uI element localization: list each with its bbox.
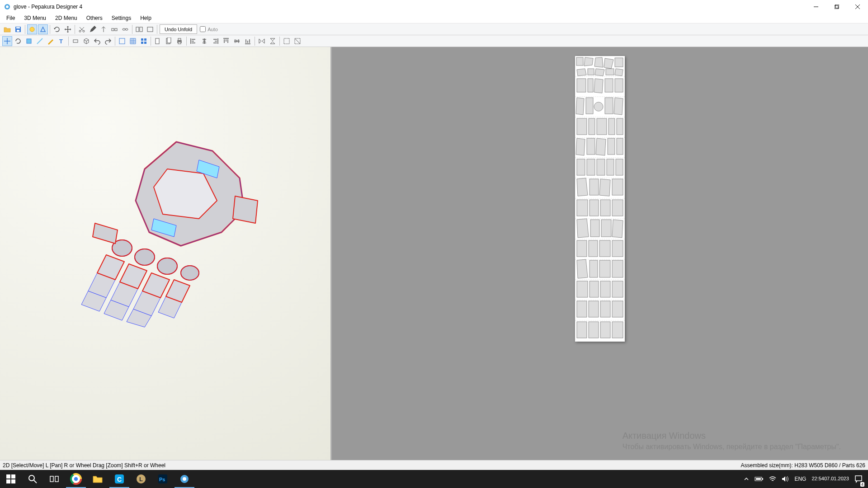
select-move-icon[interactable] [2, 36, 12, 46]
svg-rect-4 [835, 5, 839, 8]
tray-volume-icon[interactable] [779, 470, 792, 488]
flap-icon[interactable] [71, 36, 80, 46]
maximize-button[interactable] [826, 0, 847, 14]
auto-checkbox[interactable]: Auto [200, 26, 218, 32]
tool-edit-icon[interactable] [88, 24, 98, 34]
undo-icon[interactable] [92, 36, 102, 46]
viewport-2d[interactable]: Активация Windows Чтобы активировать Win… [332, 47, 868, 460]
svg-rect-9 [17, 30, 19, 32]
statusbar: 2D [Select/Move] L [Pan] R or Wheel Drag… [0, 460, 868, 470]
save-button[interactable] [13, 24, 23, 34]
start-button[interactable] [0, 470, 22, 488]
menu-help[interactable]: Help [136, 14, 156, 23]
svg-rect-87 [587, 138, 595, 155]
taskbar-app-photoshop[interactable]: Ps [152, 470, 174, 488]
auto-checkbox-input[interactable] [200, 26, 206, 32]
tool-link-icon[interactable] [120, 24, 130, 34]
unfold-icon[interactable] [27, 24, 37, 34]
taskbar-app-league[interactable]: L [130, 470, 152, 488]
taskbar-app-chrome[interactable] [65, 470, 87, 488]
svg-rect-34 [284, 38, 289, 44]
tray-chevron-icon[interactable] [741, 470, 752, 488]
fit-icon[interactable] [117, 36, 127, 46]
cube-icon[interactable] [81, 36, 91, 46]
page-next-icon[interactable] [164, 36, 174, 46]
svg-marker-62 [584, 57, 593, 66]
grid-icon[interactable] [128, 36, 138, 46]
view-2d-icon[interactable] [145, 24, 155, 34]
undo-unfold-button[interactable]: Undo Unfold [160, 24, 197, 34]
svg-rect-99 [612, 179, 623, 195]
menu-3d[interactable]: 3D Menu [19, 14, 51, 23]
flip-v-icon[interactable] [268, 36, 278, 46]
svg-rect-90 [617, 138, 623, 155]
tray-notifications-icon[interactable]: 4 [852, 470, 865, 488]
svg-rect-71 [577, 79, 586, 92]
toolbar-row-2: T [0, 35, 868, 47]
flip-h-icon[interactable] [257, 36, 267, 46]
svg-rect-24 [141, 38, 143, 41]
taskbar-app-pepakura[interactable] [174, 470, 195, 488]
tray-notif-badge: 4 [860, 482, 864, 487]
svg-rect-27 [144, 42, 146, 44]
taskbar: C L Ps ENG 22:54 07.01.2023 4 [0, 470, 868, 488]
close-button[interactable] [847, 0, 868, 14]
tool-scissors-icon[interactable] [77, 24, 87, 34]
svg-rect-72 [588, 79, 593, 92]
deselect-icon[interactable] [292, 36, 302, 46]
svg-rect-26 [141, 42, 143, 44]
svg-rect-117 [590, 281, 599, 297]
rotate-icon[interactable] [52, 24, 62, 34]
align-bottom-icon[interactable] [243, 36, 253, 46]
align-right-icon[interactable] [210, 36, 220, 46]
svg-text:C: C [117, 476, 122, 483]
edge-paint-icon[interactable] [46, 36, 56, 46]
align-left-icon[interactable] [189, 36, 198, 46]
tray-clock[interactable]: 22:54 07.01.2023 [809, 470, 852, 488]
svg-rect-74 [605, 79, 613, 92]
taskbar-app-explorer[interactable] [87, 470, 108, 488]
menu-2d[interactable]: 2D Menu [51, 14, 82, 23]
svg-rect-67 [588, 69, 594, 75]
redo-icon[interactable] [103, 36, 113, 46]
text-icon[interactable]: T [57, 36, 66, 46]
tool-measure-icon[interactable] [99, 24, 108, 34]
divide-edge-icon[interactable] [35, 36, 45, 46]
svg-line-133 [34, 480, 37, 483]
svg-rect-91 [577, 159, 585, 175]
windows-activation-watermark: Активация Windows Чтобы активировать Win… [623, 431, 841, 451]
search-icon[interactable] [22, 470, 43, 488]
edge-color-icon[interactable] [38, 24, 48, 34]
menu-others[interactable]: Others [82, 14, 107, 23]
select-all-icon[interactable] [282, 36, 292, 46]
open-button[interactable] [2, 24, 12, 34]
minimize-button[interactable] [806, 0, 826, 14]
svg-marker-86 [576, 138, 585, 155]
join-edge-icon[interactable] [24, 36, 34, 46]
page-prev-icon[interactable] [153, 36, 163, 46]
taskbar-app-cura[interactable]: C [108, 470, 130, 488]
align-middle-icon[interactable] [232, 36, 242, 46]
arrange-icon[interactable] [139, 36, 149, 46]
svg-rect-100 [577, 200, 588, 216]
tray-wifi-icon[interactable] [766, 470, 779, 488]
svg-rect-95 [616, 159, 623, 175]
task-view-icon[interactable] [43, 470, 65, 488]
align-center-icon[interactable] [199, 36, 209, 46]
view-both-icon[interactable] [134, 24, 144, 34]
window-title: glove - Pepakura Designer 4 [14, 4, 82, 10]
tray-language[interactable]: ENG [792, 470, 809, 488]
menu-settings[interactable]: Settings [107, 14, 136, 23]
viewport-3d[interactable] [0, 47, 332, 460]
align-top-icon[interactable] [221, 36, 231, 46]
svg-text:T: T [59, 38, 63, 45]
svg-rect-8 [16, 27, 20, 28]
rotate2d-icon[interactable] [13, 36, 23, 46]
pan-icon[interactable] [63, 24, 73, 34]
menu-file[interactable]: File [2, 14, 19, 23]
tool-flap-icon[interactable] [109, 24, 119, 34]
tray-battery-icon[interactable] [752, 470, 766, 488]
svg-rect-109 [589, 240, 598, 257]
svg-line-36 [295, 38, 300, 44]
print-icon[interactable] [175, 36, 184, 46]
